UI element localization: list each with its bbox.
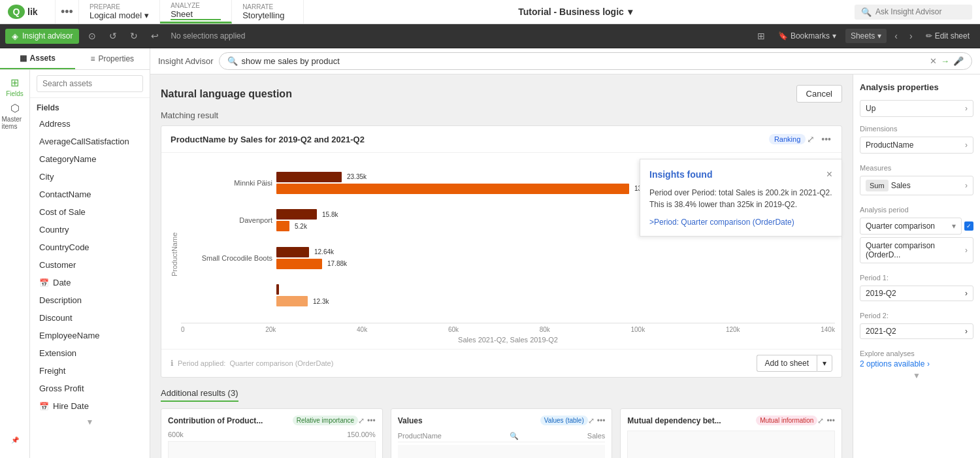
sidebar-pin-btn[interactable]: 📌: [2, 427, 28, 453]
field-item-contactname[interactable]: ContactName: [30, 186, 150, 203]
small-card-1-title: Contribution of Product...: [168, 416, 289, 425]
field-item-description[interactable]: Description: [30, 291, 150, 309]
prev-sheet-btn[interactable]: ‹: [890, 28, 902, 44]
bar-container-3: 12.64k 17.88k: [276, 247, 835, 269]
bar-3b: [276, 259, 322, 269]
calendar-icon: 📅: [39, 402, 49, 411]
edit-sheet-btn[interactable]: ✏ Edit sheet: [921, 29, 975, 43]
analyze-section[interactable]: Analyze Sheet: [160, 0, 232, 24]
top-nav: Q lik ••• Prepare Logical model ▾ Analyz…: [0, 0, 980, 24]
search-assets-input[interactable]: [37, 75, 143, 92]
master-items-icon: ⬡: [10, 102, 20, 114]
undo-btn[interactable]: ↩: [147, 28, 163, 44]
field-item-gross-profit[interactable]: Gross Profit: [30, 380, 150, 397]
field-item-hire-date[interactable]: 📅Hire Date: [30, 397, 150, 415]
expand-chart-icon[interactable]: ⤢: [806, 133, 816, 146]
period1-value[interactable]: 2019-Q2 ›: [860, 286, 973, 301]
more-small-3-icon[interactable]: •••: [826, 416, 835, 425]
field-item-averagecallsatisfaction[interactable]: AverageCallSatisfaction: [30, 133, 150, 150]
analysis-period-dropdown[interactable]: Quarter comparison ▾: [860, 218, 962, 235]
ia-submit-btn[interactable]: →: [941, 56, 949, 66]
tab-properties[interactable]: ≡ Properties: [75, 48, 150, 69]
pencil-icon: ✏: [926, 31, 932, 41]
properties-icon: ≡: [90, 54, 95, 63]
bar-val-3b: 17.88k: [327, 260, 347, 267]
expand-small-2-icon[interactable]: ⤢: [588, 416, 595, 425]
qlik-q-icon: Q: [8, 5, 25, 19]
ask-ia-search[interactable]: 🔍: [855, 5, 972, 20]
period2-value[interactable]: 2021-Q2 ›: [860, 323, 973, 339]
field-item-freight[interactable]: Freight: [30, 362, 150, 380]
insights-close-btn[interactable]: ×: [826, 169, 832, 180]
next-sheet-btn[interactable]: ›: [906, 28, 917, 44]
field-item-discount[interactable]: Discount: [30, 309, 150, 327]
ask-ia-input-field[interactable]: [875, 7, 966, 16]
field-item-country[interactable]: Country: [30, 221, 150, 238]
more-options-btn[interactable]: •••: [56, 0, 79, 24]
forward-btn[interactable]: ↻: [126, 28, 142, 44]
field-item-categoryname[interactable]: CategoryName: [30, 150, 150, 168]
insights-period-link[interactable]: >Period: Quarter comparison (OrderDate): [649, 218, 794, 227]
tab-assets[interactable]: ▦ Assets: [0, 48, 75, 69]
small-card-1-header: Contribution of Product... Relative impo…: [168, 416, 376, 425]
bar-label-1: Minnki Päisi: [181, 179, 272, 187]
measures-item[interactable]: Sum Sales ›: [860, 176, 973, 195]
grid-view-btn[interactable]: ⊞: [753, 28, 769, 44]
fields-list: Fields AddressAverageCallSatisfactionCat…: [30, 70, 150, 458]
field-item-customer[interactable]: Customer: [30, 256, 150, 274]
field-item-countrycode[interactable]: CountryCode: [30, 238, 150, 256]
dimensions-label: Dimensions: [860, 125, 973, 133]
period2-arrow-icon: ›: [965, 327, 968, 336]
analysis-period-checkbox[interactable]: ✓: [964, 221, 973, 231]
field-item-cost-of-sale[interactable]: Cost of Sale: [30, 203, 150, 221]
cancel-btn[interactable]: Cancel: [796, 85, 842, 103]
qlik-logo: Q lik: [8, 5, 47, 19]
ia-search-box[interactable]: 🔍 ✕ → 🎤: [219, 52, 972, 70]
bookmarks-btn[interactable]: 🔖 Bookmarks ▾: [773, 29, 841, 43]
expand-small-1-icon[interactable]: ⤢: [358, 416, 365, 425]
chart-more-options-icon[interactable]: •••: [820, 133, 832, 146]
analysis-period-sub-item[interactable]: Quarter comparison (OrderD... ›: [860, 237, 973, 263]
field-item-address[interactable]: Address: [30, 115, 150, 133]
scroll-down-indicator[interactable]: ▼: [30, 415, 150, 429]
explore-arrow-icon[interactable]: ›: [927, 359, 930, 368]
more-small-1-icon[interactable]: •••: [367, 416, 376, 425]
up-dropdown[interactable]: Up ›: [860, 100, 973, 117]
insight-advisor-btn[interactable]: ◈ Insight advisor: [5, 29, 79, 44]
expand-small-3-icon[interactable]: ⤢: [817, 416, 824, 425]
title-chevron-icon[interactable]: ▾: [628, 7, 632, 17]
sidebar-item-master[interactable]: ⬡ Master items: [2, 103, 28, 129]
x-tick-0: 0: [181, 326, 185, 333]
left-panel-inner: ⊞ Fields ⬡ Master items 📌 Fields: [0, 70, 150, 458]
back-btn[interactable]: ↺: [105, 28, 121, 44]
additional-results-section: Additional results (3) Contribution of P…: [161, 388, 842, 458]
field-item-city[interactable]: City: [30, 168, 150, 186]
ia-mic-btn[interactable]: 🎤: [953, 56, 964, 66]
insights-panel: Insights found × Period over Period: tot…: [640, 159, 842, 237]
ia-clear-btn[interactable]: ✕: [930, 56, 937, 66]
logo-area[interactable]: Q lik: [0, 0, 56, 24]
period-applied-label: Period applied:: [178, 359, 225, 367]
period-sub-arrow-icon: ›: [965, 246, 968, 255]
bar-2b: [276, 221, 289, 231]
add-to-sheet-main-btn[interactable]: Add to sheet: [757, 355, 817, 372]
prepare-section[interactable]: Prepare Logical model ▾: [79, 0, 160, 24]
smart-search-btn[interactable]: ⊙: [84, 28, 100, 44]
more-small-2-icon[interactable]: •••: [597, 416, 606, 425]
toolbar-right: ⊞ 🔖 Bookmarks ▾ Sheets ▾ ‹ › ✏ Edit shee…: [753, 28, 975, 44]
narrate-section[interactable]: Narrate Storytelling: [232, 0, 304, 24]
explore-link[interactable]: 2 options available: [860, 359, 924, 368]
field-item-extension[interactable]: Extension: [30, 344, 150, 362]
x-tick-20k: 20k: [265, 326, 276, 333]
field-item-date[interactable]: 📅Date: [30, 274, 150, 291]
dimensions-product-name[interactable]: ProductName ›: [860, 137, 973, 154]
ia-search-input[interactable]: [242, 56, 926, 66]
small-card-1-badge: Relative importance: [293, 416, 358, 425]
right-panel-scroll-down[interactable]: ▼: [860, 368, 973, 383]
field-item-employeename[interactable]: EmployeeName: [30, 327, 150, 344]
bar-4a: [276, 284, 279, 295]
sidebar-item-fields[interactable]: ⊞ Fields: [2, 74, 28, 100]
small-card-2-title: Values: [398, 416, 536, 425]
add-to-sheet-dropdown-btn[interactable]: ▾: [817, 355, 832, 372]
sheets-btn[interactable]: Sheets ▾: [845, 29, 887, 43]
